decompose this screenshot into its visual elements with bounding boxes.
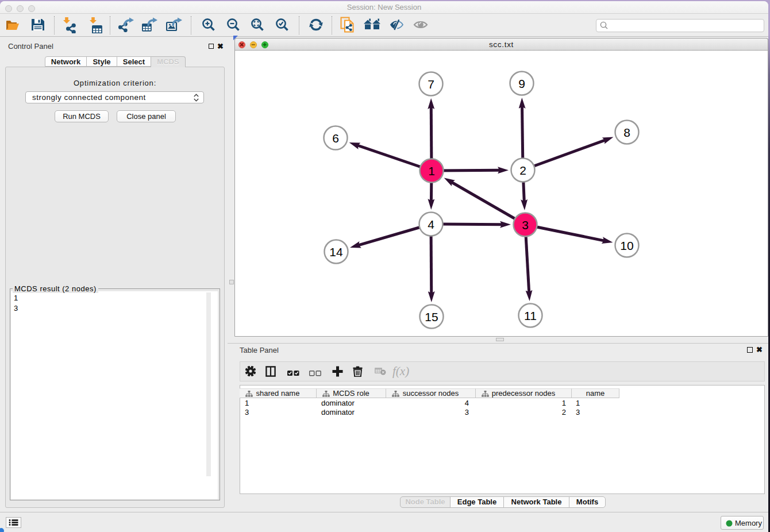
svg-text:1: 1 [428, 164, 435, 178]
svg-text:15: 15 [425, 310, 438, 323]
svg-text:9: 9 [518, 77, 525, 90]
svg-text:10: 10 [620, 239, 633, 252]
svg-text:2: 2 [519, 164, 526, 177]
svg-text:8: 8 [623, 126, 630, 139]
svg-text:6: 6 [332, 132, 339, 145]
svg-text:3: 3 [522, 218, 529, 232]
svg-text:14: 14 [329, 245, 343, 259]
svg-text:11: 11 [524, 309, 537, 322]
svg-text:4: 4 [428, 218, 434, 231]
svg-text:7: 7 [428, 78, 434, 91]
